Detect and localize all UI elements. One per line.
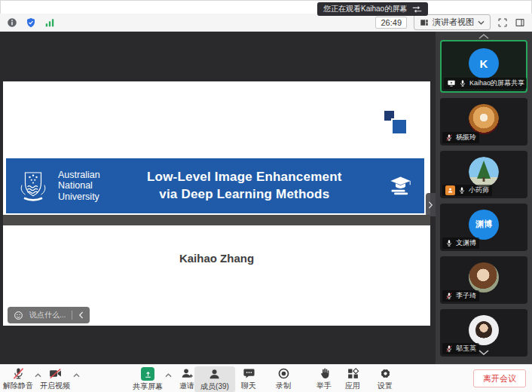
mic-icon bbox=[459, 79, 466, 87]
start-video-button[interactable]: 开启视频 bbox=[40, 367, 70, 391]
encryption-shield-icon[interactable] bbox=[26, 17, 36, 28]
participant-label: 小药师 bbox=[442, 185, 492, 196]
slide-title-banner: Australian National University Low-Level… bbox=[6, 158, 424, 213]
top-toolbar: 26:49 演讲者视图 bbox=[0, 14, 532, 32]
participant-name: 邬玉英 bbox=[456, 344, 476, 354]
chevron-down-icon[interactable] bbox=[478, 350, 489, 355]
apps-label: 应用 bbox=[345, 381, 360, 391]
mic-muted-icon bbox=[12, 367, 25, 380]
meeting-window: 您正在观看Kaihao的屏幕 26:49 bbox=[0, 0, 532, 392]
avatar bbox=[469, 315, 499, 345]
sidebar-collapse-handle[interactable] bbox=[426, 193, 436, 216]
raise-hand-label: 举手 bbox=[316, 381, 332, 391]
share-screen-label: 共享屏幕 bbox=[133, 381, 163, 392]
mic-muted-icon bbox=[445, 133, 453, 142]
participant-name: 杨振玲 bbox=[456, 133, 476, 142]
participant-tile-xiaoyaoshi[interactable]: 小药师 bbox=[440, 151, 527, 198]
slide-decoration-square-large bbox=[393, 120, 406, 133]
caret-down-icon bbox=[478, 20, 485, 25]
slide-divider-band bbox=[3, 215, 430, 225]
slide-author: Kaihao Zhang bbox=[3, 252, 430, 265]
bottom-toolbar: 解除静音 开启视频 共享屏幕 bbox=[0, 364, 532, 392]
university-logo: Australian National University bbox=[15, 167, 100, 205]
mic-icon bbox=[458, 186, 466, 194]
speaker-view-layout-icon bbox=[420, 18, 429, 27]
participant-label: 李子琦 文渊博 bbox=[442, 237, 479, 249]
camera-off-icon bbox=[49, 367, 62, 380]
participant-label: 杨振玲 bbox=[442, 132, 479, 143]
emoji-icon[interactable] bbox=[14, 311, 23, 320]
start-video-label: 开启视频 bbox=[40, 381, 70, 391]
settings-label: 设置 bbox=[378, 381, 393, 391]
view-mode-button[interactable]: 演讲者视图 bbox=[414, 14, 491, 30]
network-signal-icon[interactable] bbox=[44, 17, 55, 28]
members-label: 成员(39) bbox=[200, 381, 229, 392]
unmute-label: 解除静音 bbox=[3, 381, 33, 391]
window-mode-icon[interactable] bbox=[515, 17, 525, 28]
chevron-up-icon[interactable] bbox=[478, 34, 489, 39]
raise-hand-button[interactable]: 举手 bbox=[316, 367, 332, 391]
participant-tile-kaihao[interactable]: K Kaihao的屏幕共享 bbox=[440, 40, 527, 93]
anu-crest-icon bbox=[15, 167, 51, 205]
invite-button[interactable]: 邀请 bbox=[179, 367, 194, 391]
leave-meeting-button[interactable]: 离开会议 bbox=[473, 369, 526, 387]
participant-name: Kaihao的屏幕共享 bbox=[469, 78, 524, 88]
raise-hand-icon bbox=[318, 367, 331, 380]
chat-label: 聊天 bbox=[241, 381, 256, 391]
shared-screen-stage: Australian National University Low-Level… bbox=[0, 32, 436, 364]
record-button[interactable]: 录制 bbox=[276, 367, 291, 391]
participant-label: 邬玉英 bbox=[442, 343, 479, 354]
share-screen-icon bbox=[141, 367, 154, 381]
mic-muted-icon bbox=[445, 345, 453, 353]
share-screen-button[interactable]: 共享屏幕 bbox=[133, 367, 163, 392]
watching-banner-text: 您正在观看Kaihao的屏幕 bbox=[323, 4, 407, 14]
participant-name: 小药师 bbox=[469, 185, 489, 195]
mic-muted-icon bbox=[445, 292, 453, 300]
record-icon bbox=[277, 367, 290, 380]
avatar bbox=[469, 262, 499, 292]
record-label: 录制 bbox=[276, 381, 291, 391]
participant-tile-liziqi[interactable]: 李子琦 bbox=[440, 256, 527, 304]
video-options-chevron[interactable] bbox=[73, 373, 80, 378]
chevron-right-icon bbox=[428, 201, 433, 209]
host-badge-icon bbox=[445, 185, 455, 195]
chat-input-placeholder[interactable]: 说点什么... bbox=[29, 310, 66, 320]
screen-share-icon bbox=[447, 79, 456, 87]
invite-label: 邀请 bbox=[179, 381, 194, 391]
invite-person-icon bbox=[181, 367, 194, 380]
members-icon bbox=[208, 368, 221, 381]
info-icon[interactable] bbox=[7, 17, 17, 28]
unmute-button[interactable]: 解除静音 bbox=[3, 367, 33, 391]
participant-name: 文渊博 bbox=[456, 238, 476, 248]
meeting-timer: 26:49 bbox=[375, 17, 407, 29]
watching-banner: 您正在观看Kaihao的屏幕 bbox=[317, 2, 428, 16]
apps-button[interactable]: 应用 bbox=[345, 367, 360, 391]
presentation-slide: Australian National University Low-Level… bbox=[3, 81, 430, 326]
avatar: K bbox=[469, 48, 499, 78]
settings-button[interactable]: 设置 bbox=[378, 367, 393, 391]
share-options-chevron[interactable] bbox=[165, 373, 172, 378]
switch-screen-icon[interactable] bbox=[412, 6, 422, 13]
chat-collapse-icon[interactable] bbox=[78, 311, 84, 319]
view-mode-label: 演讲者视图 bbox=[433, 17, 474, 28]
participants-sidebar: K Kaihao的屏幕共享 bbox=[436, 32, 532, 364]
quick-chat-bar[interactable]: 说点什么... bbox=[8, 307, 90, 323]
participant-name: 李子琦 bbox=[456, 291, 476, 301]
participant-tile-yangzhenling[interactable]: 杨振玲 bbox=[440, 98, 527, 145]
chat-bar-divider bbox=[72, 311, 72, 320]
chat-button[interactable]: 聊天 bbox=[241, 367, 256, 391]
university-name: Australian National University bbox=[58, 170, 100, 202]
avatar bbox=[469, 157, 499, 187]
avatar bbox=[469, 104, 499, 134]
apps-grid-icon bbox=[347, 367, 359, 380]
participant-label: 李子琦 bbox=[442, 290, 479, 302]
fullscreen-icon[interactable] bbox=[497, 17, 508, 28]
chat-bubble-icon bbox=[243, 367, 255, 380]
participant-label: Kaihao的屏幕共享 bbox=[444, 78, 527, 89]
participant-tile-wenyuanbo[interactable]: 渊博 李子琦 文渊博 bbox=[440, 204, 527, 251]
members-button[interactable]: 成员(39) bbox=[194, 366, 235, 392]
meeting-status-icons bbox=[7, 17, 55, 28]
avatar: 渊博 bbox=[469, 210, 499, 240]
graduation-cap-icon bbox=[389, 176, 412, 196]
settings-gear-icon bbox=[379, 367, 392, 380]
